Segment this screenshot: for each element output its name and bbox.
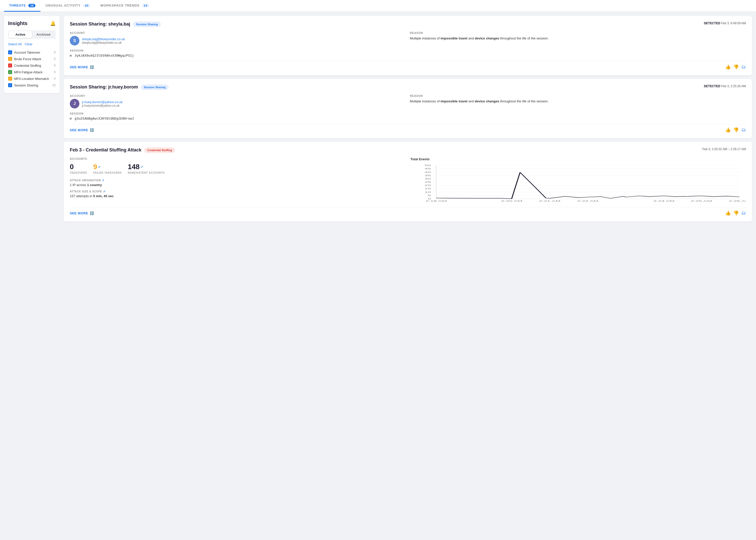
reason-label-jr: REASON	[410, 94, 746, 97]
card-cred-title-wrap: Feb 3 - Credential Stuffing Attack Crede…	[70, 147, 175, 153]
svg-text:10: 10	[424, 191, 431, 194]
accounts-label: Accounts	[70, 157, 405, 160]
card-sheyla-detected: DETECTED Feb 3, 6:49:59 AM	[704, 22, 746, 25]
archive-sheyla[interactable]: 🗂	[741, 64, 746, 70]
filter-credential-stuffing[interactable]: ✓ Credential Stuffing 5	[8, 62, 56, 69]
attack-size-label: ATTACK SIZE & SCOPE ⤢	[70, 190, 405, 193]
reason-text-jr: Multiple instances of impossible travel …	[410, 99, 746, 104]
filter-label-account-takeover: Account Takeover	[14, 51, 52, 54]
tab-unusual-activity[interactable]: UNUSUAL ACTIVITY 20	[41, 0, 95, 12]
attack-size-section: ATTACK SIZE & SCOPE ⤢ 157 attempts in 5 …	[70, 190, 405, 198]
nonexistent-label: NONEXISTENT ACCOUNTS	[128, 171, 165, 174]
filter-count-brute-force: 0	[54, 57, 56, 61]
session-icon-jr: ⊞	[70, 117, 72, 120]
svg-text:45: 45	[424, 168, 431, 170]
accounts-grid: 0 TAKEOVERS 9 ⤢ FAILED TAKEOVERS	[70, 163, 405, 174]
see-more-jr[interactable]: SEE MORE ℹ️	[70, 128, 94, 132]
sidebar: Insights 🔔 Active Archived Select All Cl…	[4, 16, 60, 93]
sidebar-title: Insights	[8, 21, 28, 26]
thumbs-up-cred[interactable]: 👍	[725, 210, 731, 216]
card-cred-title: Feb 3 - Credential Stuffing Attack	[70, 147, 141, 153]
thumbs-up-sheyla[interactable]: 👍	[725, 64, 731, 70]
filter-label-credential-stuffing: Credential Stuffing	[14, 64, 52, 68]
svg-text:5: 5	[428, 194, 431, 197]
top-nav: THREATS 18 UNUSUAL ACTIVITY 20 WORKSPACE…	[0, 0, 756, 12]
action-icons-jr: 👍 👎 🗂	[725, 127, 746, 133]
filter-label-mfa-location: MFA Location Mismatch	[14, 77, 52, 81]
card-cred-date-range: Feb 3, 2:20:32 AM – 2:26:17 AM	[702, 147, 746, 151]
see-more-sheyla[interactable]: SEE MORE ℹ️	[70, 65, 94, 69]
select-all-link[interactable]: Select All	[8, 42, 22, 46]
session-id-sheyla: ⊞ 3ykJAX9ukQJ3lb59AhxX30WgqzPSIj	[70, 54, 746, 58]
see-more-label-jr: SEE MORE	[70, 128, 88, 132]
failed-ext-link[interactable]: ⤢	[98, 165, 100, 169]
see-more-label-sheyla: SEE MORE	[70, 65, 88, 69]
bell-icon[interactable]: 🔔	[50, 21, 56, 26]
card-sheyla-title: Session Sharing: sheyla.baj	[70, 22, 130, 27]
detected-label: DETECTED	[704, 22, 720, 25]
clear-link[interactable]: Clear	[25, 42, 32, 46]
sheyla-email[interactable]: sheyla.baj@blueyonder.co.uk	[82, 37, 125, 41]
session-id-value-sheyla: 3ykJAX9ukQJ3lb59AhxX30WgqzPSIj	[75, 54, 134, 58]
info-icon-jr: ℹ️	[90, 128, 94, 132]
filter-count-session-sharing: 13	[52, 83, 56, 87]
filter-account-takeover[interactable]: ✓ Account Takeover 0	[8, 49, 56, 56]
account-label-jr: ACCOUNT	[70, 94, 406, 97]
checkbox-mfa-fatigue: ✓	[8, 70, 12, 74]
thumbs-down-cred[interactable]: 👎	[733, 210, 739, 216]
chart-line	[436, 173, 739, 199]
sidebar-tab-active[interactable]: Active	[9, 31, 32, 38]
failed-number-value: 9	[93, 163, 97, 171]
failed-label: FAILED TAKEOVERS	[93, 171, 122, 174]
see-more-label-cred: SEE MORE	[70, 211, 88, 215]
card-jr-account: ACCOUNT J jr.huey.borom@yahoo.co.uk jr.h…	[70, 94, 406, 108]
checkbox-account-takeover: ✓	[8, 50, 12, 54]
info-icon-sheyla: ℹ️	[90, 65, 94, 69]
sheyla-email-sub: sheyla.baj@blueyonder.co.uk	[82, 41, 125, 45]
failed-number: 9 ⤢	[93, 163, 122, 171]
attack-origination-section: ATTACK ORIGINATION ⤢ 1 IP across 1 count…	[70, 179, 405, 187]
card-jr-reason: REASON Multiple instances of impossible …	[410, 94, 746, 108]
card-jr-details: ACCOUNT J jr.huey.borom@yahoo.co.uk jr.h…	[70, 94, 746, 108]
thumbs-down-jr[interactable]: 👎	[733, 127, 739, 133]
tab-workspace-label: WORKSPACE TRENDS	[100, 4, 140, 7]
archive-cred[interactable]: 🗂	[741, 210, 746, 216]
jr-email-sub: jr.huey.borom@yahoo.co.uk	[82, 104, 123, 107]
attack-origination-value: 1 IP across 1 country	[70, 183, 405, 187]
tab-workspace-trends[interactable]: WORKSPACE TRENDS 24	[95, 0, 154, 12]
filter-count-mfa-fatigue: 0	[54, 70, 56, 74]
see-more-cred[interactable]: SEE MORE ℹ️	[70, 211, 94, 215]
chart-y-axis: 0 5 10 15 20 25 30 35 40 45 50	[424, 164, 739, 200]
svg-text:2:20 AM: 2:20 AM	[501, 200, 523, 202]
sidebar-tab-archived[interactable]: Archived	[32, 31, 55, 38]
checkbox-session-sharing: ✓	[8, 83, 12, 87]
filter-brute-force[interactable]: ✓ Brute Force Attack 0	[8, 56, 56, 62]
accounts-nonexistent: 148 ⤢ NONEXISTENT ACCOUNTS	[128, 163, 165, 174]
card-cred-tag: Credential Stuffing	[144, 148, 175, 153]
attack-origination-ext-link[interactable]: ⤢	[102, 179, 104, 182]
attack-size-ext-link[interactable]: ⤢	[103, 190, 106, 193]
takeovers-label: TAKEOVERS	[70, 171, 87, 174]
chart-title: Total Events	[410, 157, 746, 161]
filter-mfa-location[interactable]: ✓ MFA Location Mismatch 0	[8, 75, 56, 82]
thumbs-down-sheyla[interactable]: 👎	[733, 64, 739, 70]
svg-text:2:18 AM: 2:18 AM	[425, 200, 447, 202]
main-layout: Insights 🔔 Active Archived Select All Cl…	[0, 12, 756, 540]
attack-origination-label: ATTACK ORIGINATION ⤢	[70, 179, 405, 182]
nonexistent-ext-link[interactable]: ⤢	[141, 165, 143, 169]
tab-unusual-badge: 20	[83, 4, 90, 7]
thumbs-up-jr[interactable]: 👍	[725, 127, 731, 133]
filter-session-sharing[interactable]: ✓ Session Sharing 13	[8, 82, 56, 88]
svg-text:30: 30	[424, 178, 431, 180]
filter-mfa-fatigue[interactable]: ✓ MFA Fatigue Attack 0	[8, 69, 56, 75]
action-icons-sheyla: 👍 👎 🗂	[725, 64, 746, 70]
filter-count-credential-stuffing: 5	[54, 64, 56, 67]
session-row-jr: SESSION ⊞ g3u2SAbBgAwcX2KYQtd6DgIE80rowJ	[70, 112, 746, 120]
tab-unusual-label: UNUSUAL ACTIVITY	[46, 4, 80, 7]
checkbox-brute-force: ✓	[8, 57, 12, 61]
jr-email[interactable]: jr.huey.borom@yahoo.co.uk	[82, 100, 123, 104]
archive-jr[interactable]: 🗂	[741, 127, 746, 133]
svg-text:2:26 AM: 2:26 AM	[729, 200, 746, 202]
tab-switch: Active Archived	[8, 30, 56, 39]
tab-threats[interactable]: THREATS 18	[4, 0, 41, 12]
